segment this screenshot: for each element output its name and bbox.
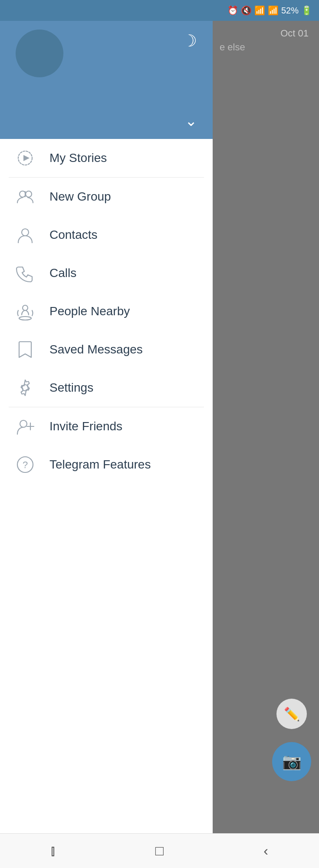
battery-icon: 🔋 xyxy=(301,5,312,16)
moon-icon[interactable]: ☽ xyxy=(182,31,197,50)
settings-label: Settings xyxy=(49,381,93,395)
chevron-down-icon[interactable]: ⌄ xyxy=(185,112,197,129)
menu-item-settings[interactable]: Settings xyxy=(0,369,213,407)
svg-point-7 xyxy=(19,317,31,320)
wifi-icon: 📶 xyxy=(254,5,265,16)
home-button[interactable]: □ xyxy=(142,834,177,868)
home-icon: □ xyxy=(155,843,164,859)
avatar xyxy=(16,30,63,77)
svg-text:?: ? xyxy=(23,459,28,470)
menu-item-calls[interactable]: Calls xyxy=(0,254,213,292)
signal-icon: 📶 xyxy=(268,5,279,16)
calls-icon xyxy=(13,261,37,285)
bottom-nav: ⫿ □ ‹ xyxy=(0,833,319,868)
menu-item-new-group[interactable]: New Group xyxy=(0,178,213,216)
invite-friends-label: Invite Friends xyxy=(49,419,122,433)
settings-icon xyxy=(13,376,37,400)
svg-marker-1 xyxy=(23,155,30,161)
calls-label: Calls xyxy=(49,266,76,280)
recents-icon: ⫿ xyxy=(50,843,57,859)
svg-point-9 xyxy=(20,420,27,427)
mute-icon: 🔇 xyxy=(241,5,252,16)
alarm-icon: ⏰ xyxy=(227,5,238,16)
telegram-features-label: Telegram Features xyxy=(49,458,151,472)
chat-date: Oct 01 xyxy=(220,28,312,39)
status-bar: ⏰ 🔇 📶 📶 52% 🔋 xyxy=(0,0,319,21)
chat-preview: e else xyxy=(220,42,312,53)
camera-button[interactable]: 📷 xyxy=(272,742,311,781)
battery-label: 52% xyxy=(281,6,299,16)
menu-item-my-stories[interactable]: My Stories xyxy=(0,139,213,177)
contacts-icon xyxy=(13,223,37,247)
menu-item-invite-friends[interactable]: Invite Friends xyxy=(0,407,213,446)
saved-messages-icon xyxy=(13,337,37,362)
invite-friends-icon xyxy=(13,414,37,439)
menu-item-telegram-features[interactable]: ? Telegram Features xyxy=(0,446,213,484)
back-icon: ‹ xyxy=(263,843,268,859)
recents-button[interactable]: ⫿ xyxy=(36,834,71,868)
status-icons: ⏰ 🔇 📶 📶 52% 🔋 xyxy=(227,5,312,16)
menu-item-people-nearby[interactable]: People Nearby xyxy=(0,292,213,330)
svg-point-3 xyxy=(26,191,32,197)
my-stories-label: My Stories xyxy=(49,151,107,165)
menu-item-saved-messages[interactable]: Saved Messages xyxy=(0,330,213,369)
compose-button[interactable]: ✏️ xyxy=(276,699,307,729)
new-group-icon xyxy=(13,185,37,209)
people-nearby-icon xyxy=(13,299,37,323)
back-button[interactable]: ‹ xyxy=(249,834,283,868)
menu-item-contacts[interactable]: Contacts xyxy=(0,216,213,254)
drawer-header: ☽ ⌄ xyxy=(0,0,213,139)
people-nearby-label: People Nearby xyxy=(49,304,130,318)
telegram-features-icon: ? xyxy=(13,452,37,477)
svg-point-5 xyxy=(22,229,29,236)
svg-point-6 xyxy=(23,305,28,310)
drawer-menu: My Stories New Group Contacts xyxy=(0,139,213,833)
saved-messages-label: Saved Messages xyxy=(49,343,143,356)
contacts-label: Contacts xyxy=(49,228,98,242)
stories-icon xyxy=(13,146,37,170)
new-group-label: New Group xyxy=(49,190,111,204)
